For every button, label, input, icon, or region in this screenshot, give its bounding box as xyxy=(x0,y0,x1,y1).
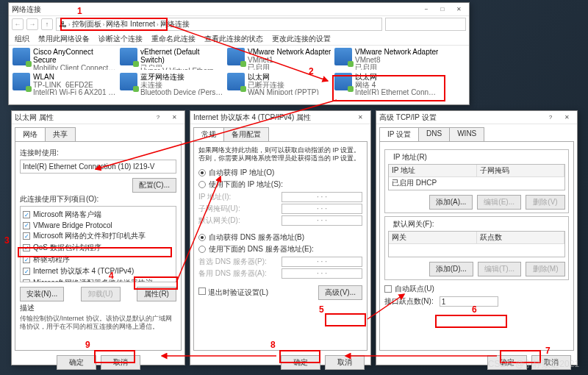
dlg1-ok[interactable]: 确定 xyxy=(57,355,96,370)
dlg1-title: 以太网 属性 xyxy=(15,113,151,123)
tb-disable[interactable]: 禁用此网络设备 xyxy=(38,34,90,44)
gw-input: · · · xyxy=(282,215,362,226)
dns1-input: · · · xyxy=(282,257,362,267)
adapter-list: Cisco AnyConnect SecureMobility Client C… xyxy=(9,46,469,97)
protocol-item[interactable]: ✓Microsoft 网络客户端 xyxy=(23,209,173,221)
protocol-item[interactable]: ✓VMware Bridge Protocol xyxy=(23,221,173,230)
dlg1-cancel[interactable]: 取消 xyxy=(101,355,140,370)
tab-alternate[interactable]: 备用配置 xyxy=(223,127,269,141)
dlg2-cancel[interactable]: 取消 xyxy=(325,355,365,370)
toolbar: 组织 禁用此网络设备 诊断这个连接 重命名此连接 查看此连接的状态 更改此连接的… xyxy=(9,32,469,46)
dlg3-help[interactable]: ? xyxy=(543,113,558,123)
ethernet-properties-dialog: 以太网 属性 ?✕ 网络 共享 连接时使用: Intel(R) Ethernet… xyxy=(11,110,185,365)
dlg3-close[interactable]: ✕ xyxy=(559,113,574,123)
protocol-item[interactable]: ✓桥驱动程序 xyxy=(23,254,173,265)
tab-dns[interactable]: DNS xyxy=(418,127,450,141)
minimize-button[interactable]: − xyxy=(419,4,434,15)
adapter-item[interactable]: VMware Network AdapterVMnet8已启用 xyxy=(334,47,440,71)
tab-sharing[interactable]: 共享 xyxy=(45,127,76,141)
adapter-item[interactable]: 以太网已断开连接WAN Miniport (PPTP) xyxy=(226,72,332,96)
checkbox-icon[interactable]: ✓ xyxy=(23,211,30,218)
ip-remove: 删除(V) xyxy=(526,195,565,210)
tab-general[interactable]: 常规 xyxy=(193,127,224,141)
dlg1-help[interactable]: ? xyxy=(151,113,165,123)
search-input[interactable] xyxy=(385,18,466,31)
properties-button[interactable]: 属性(R) xyxy=(137,287,176,301)
gw-add[interactable]: 添加(D)... xyxy=(429,262,473,276)
protocol-item[interactable]: ✓Microsoft 网络的文件和打印机共享 xyxy=(23,230,173,242)
dlg2-close[interactable]: ✕ xyxy=(353,113,368,123)
dlg2-ok[interactable]: 确定 xyxy=(281,355,320,370)
ip-input: · · · xyxy=(282,192,362,202)
metric-input[interactable] xyxy=(440,296,498,307)
breadcrumb[interactable]: 🖧 › 控制面板 › 网络和 Internet › 网络连接 xyxy=(56,18,382,31)
checkbox-icon[interactable]: ✓ xyxy=(23,256,30,263)
ip-table[interactable]: IP 地址子网掩码 已启用 DHCP xyxy=(388,164,565,190)
connect-using-label: 连接时使用: xyxy=(20,148,176,158)
dlg1-close[interactable]: ✕ xyxy=(167,113,182,123)
address-bar: ← → ↑ 🖧 › 控制面板 › 网络和 Internet › 网络连接 xyxy=(9,16,469,32)
configure-button[interactable]: 配置(C)... xyxy=(132,178,176,193)
checkbox-icon[interactable]: ✓ xyxy=(23,244,30,251)
advanced-button[interactable]: 高级(V)... xyxy=(318,285,362,300)
radio-auto-dns[interactable] xyxy=(198,234,206,241)
checkbox-icon[interactable]: ✓ xyxy=(23,232,30,240)
auto-metric-checkbox[interactable] xyxy=(384,285,392,293)
dlg3-title: 高级 TCP/IP 设置 xyxy=(379,113,543,123)
adapter-icon xyxy=(227,73,245,90)
watermark: CSDN @宁静致远2021 xyxy=(488,358,579,371)
install-button[interactable]: 安装(N)... xyxy=(20,287,64,301)
gw-table[interactable]: 网关跃点数 xyxy=(388,231,565,257)
protocol-item[interactable]: ✓QoS 数据包计划程序 xyxy=(23,242,173,254)
validate-checkbox[interactable] xyxy=(198,288,206,295)
tab-wins[interactable]: WINS xyxy=(449,127,484,141)
adapter-icon xyxy=(334,48,352,65)
items-label: 此连接使用下列项目(O): xyxy=(20,194,176,204)
adapter-icon xyxy=(227,48,245,65)
ip-add[interactable]: 添加(A)... xyxy=(429,195,473,210)
gw-remove: 删除(M) xyxy=(526,262,565,276)
checkbox-icon[interactable]: ✓ xyxy=(23,222,30,229)
advanced-tcpip-dialog: 高级 TCP/IP 设置 ?✕ IP 设置 DNS WINS IP 地址(R) … xyxy=(376,110,578,365)
close-button[interactable]: ✕ xyxy=(451,4,466,15)
maximize-button[interactable]: □ xyxy=(435,4,450,15)
tb-organize[interactable]: 组织 xyxy=(15,34,29,44)
adapter-item[interactable]: vEthernet (Default Switch)已启用Hyper-V Vir… xyxy=(119,47,225,71)
gw-group-title: 默认网关(F): xyxy=(391,219,437,229)
protocol-item[interactable]: Microsoft 网络适配器多路传送器协议 xyxy=(23,277,173,282)
adapter-item[interactable]: WLANTP-LINK_6EFD2EIntel(R) Wi-Fi 6 AX201… xyxy=(12,72,118,96)
protocol-list[interactable]: ✓Microsoft 网络客户端✓VMware Bridge Protocol✓… xyxy=(20,206,176,282)
forward-button[interactable]: → xyxy=(26,18,38,30)
back-button[interactable]: ← xyxy=(12,18,24,30)
info-text: 如果网络支持此功能，则可以获取自动指派的 IP 设置。否则，你需要从网络系统管理… xyxy=(198,146,362,162)
ann-3: 3 xyxy=(4,235,10,246)
adapter-item[interactable]: Cisco AnyConnect SecureMobility Client C… xyxy=(12,47,118,71)
adapter-item[interactable]: 以太网网络 4Intel(R) Ethernet Connection (1..… xyxy=(334,72,440,96)
adapter-icon xyxy=(12,48,30,65)
tb-rename[interactable]: 重命名此连接 xyxy=(151,34,196,44)
adapter-icon xyxy=(12,73,30,90)
tab-network[interactable]: 网络 xyxy=(15,127,46,141)
radio-manual-dns[interactable] xyxy=(198,246,206,253)
nav-icon: 🖧 xyxy=(60,21,67,29)
ip-group-title: IP 地址(R) xyxy=(391,152,429,162)
protocol-item[interactable]: ✓Internet 协议版本 4 (TCP/IPv4) xyxy=(23,265,173,277)
tab-ip-settings[interactable]: IP 设置 xyxy=(379,127,419,141)
explorer-window: 网络连接 − □ ✕ ← → ↑ 🖧 › 控制面板 › 网络和 Internet… xyxy=(8,2,470,105)
adapter-icon xyxy=(120,48,137,65)
tb-diagnose[interactable]: 诊断这个连接 xyxy=(98,34,143,44)
checkbox-icon[interactable]: ✓ xyxy=(23,268,30,275)
desc-text: 传输控制协议/Internet 协议。该协议是默认的广域网络协议，用于在不同的相… xyxy=(20,315,176,331)
tb-change[interactable]: 更改此连接的设置 xyxy=(272,34,331,44)
ipv4-properties-dialog: Internet 协议版本 4 (TCP/IPv4) 属性 ✕ 常规 备用配置 … xyxy=(190,110,371,365)
tb-status[interactable]: 查看此连接的状态 xyxy=(204,34,263,44)
adapter-item[interactable]: VMware Network AdapterVMnet1已启用 xyxy=(226,47,332,71)
up-button[interactable]: ↑ xyxy=(41,18,53,30)
radio-auto-ip[interactable] xyxy=(198,169,206,176)
metric-label: 接口跃点数(N): xyxy=(384,296,434,307)
adapter-item[interactable]: 蓝牙网络连接未连接Bluetooth Device (Personal Ar..… xyxy=(119,72,225,96)
nic-name: Intel(R) Ethernet Connection (10) I219-V xyxy=(20,160,176,174)
checkbox-icon[interactable] xyxy=(23,279,30,282)
radio-manual-ip[interactable] xyxy=(198,181,206,188)
adapter-icon xyxy=(334,73,352,90)
